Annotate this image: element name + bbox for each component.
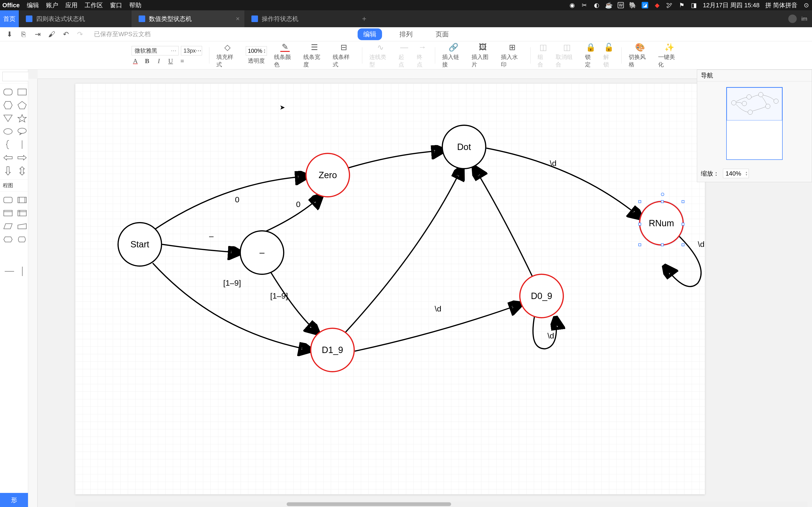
mode-arrange[interactable]: 排列 <box>394 29 418 40</box>
export-icon[interactable]: ⎘ <box>19 30 28 39</box>
nav-zoom-input[interactable]: 140%▲▼ <box>723 169 749 178</box>
image-group[interactable]: 🖼插入图片 <box>471 43 494 68</box>
tray-ime[interactable]: 拼 简体拼音 <box>765 1 798 9</box>
resize-handle-w[interactable] <box>639 223 641 226</box>
theme-group[interactable]: 🎨切换风格 <box>629 43 651 68</box>
redo-icon[interactable]: ↷ <box>75 30 85 39</box>
new-tab-button[interactable]: + <box>357 10 371 27</box>
shape-database[interactable] <box>3 209 13 218</box>
flowchart-section-label[interactable]: 程图 <box>0 179 28 191</box>
mode-edit[interactable]: 编辑 <box>358 29 382 40</box>
resize-handle-se[interactable] <box>681 243 684 246</box>
user-avatar[interactable] <box>788 14 797 23</box>
fill-group[interactable]: ◇填充样式 <box>216 43 239 68</box>
edge-label-d2[interactable]: \d <box>550 159 556 168</box>
download-icon[interactable]: ⬇ <box>5 30 14 39</box>
tray-note-icon[interactable]: ◨ <box>691 2 697 8</box>
undo-icon[interactable]: ↶ <box>61 30 70 39</box>
node-minus[interactable]: – <box>240 230 284 275</box>
shape-process[interactable] <box>3 195 13 205</box>
shape-rect[interactable] <box>17 87 27 97</box>
tray-datetime[interactable]: 12月17日 周四 15:48 <box>703 1 759 9</box>
shape-arrow-left[interactable] <box>3 153 13 162</box>
shape-arrow-updown[interactable] <box>17 166 27 176</box>
edge-label-19a[interactable]: [1–9] <box>223 278 241 288</box>
scrollbar-thumb[interactable] <box>287 502 451 506</box>
tray-scissors-icon[interactable]: ✂ <box>581 2 588 8</box>
shape-data[interactable] <box>3 222 13 231</box>
zoom-box[interactable]: 100%▲▼ <box>246 46 267 56</box>
home-tab[interactable]: 首页 <box>0 10 19 27</box>
line-color-group[interactable]: ✎线条颜色 <box>274 43 296 68</box>
share-icon[interactable]: ⇥ <box>33 30 42 39</box>
edge-label-d4[interactable]: \d <box>698 240 704 249</box>
edge-label-d1[interactable]: \d <box>435 304 441 313</box>
node-zero[interactable]: Zero <box>305 153 350 198</box>
underline-button[interactable]: U <box>167 57 174 65</box>
app-name[interactable]: Office <box>2 2 20 9</box>
canvas-area[interactable]: Start – Zero D1_9 Dot D0_9 RNum 0 0 – <box>28 69 812 507</box>
shape-brace[interactable] <box>3 140 13 149</box>
italic-button[interactable]: I <box>155 57 163 65</box>
menu-workspace[interactable]: 工作区 <box>85 1 103 9</box>
mode-page[interactable]: 页面 <box>430 29 454 40</box>
shape-card[interactable] <box>17 209 27 218</box>
tray-app-icon[interactable]: ◪ <box>642 2 648 8</box>
shape-arrow-down[interactable] <box>3 166 13 176</box>
menu-app[interactable]: 应用 <box>65 1 78 9</box>
shape-subprocess[interactable] <box>17 195 27 205</box>
tray-flag-icon[interactable]: ⚑ <box>678 2 685 8</box>
shape-triangle-down[interactable] <box>3 114 13 123</box>
shape-manual[interactable] <box>17 222 27 231</box>
bold-button[interactable]: B <box>143 57 151 65</box>
shape-pentagon[interactable] <box>17 101 27 110</box>
font-size-select[interactable]: 13px⋯ <box>181 46 202 55</box>
resize-handle-ne[interactable] <box>681 200 684 203</box>
lock-group[interactable]: 🔒锁定 <box>585 43 596 68</box>
line-width-group[interactable]: ☰线条宽度 <box>303 43 326 68</box>
link-group[interactable]: 🔗插入链接 <box>442 43 464 68</box>
shape-line-v2[interactable] <box>21 267 23 276</box>
font-color-button[interactable]: A <box>132 57 139 65</box>
file-tab-1[interactable]: 数值类型状态机× <box>132 10 244 27</box>
menu-window[interactable]: 窗口 <box>110 1 122 9</box>
tray-w-icon[interactable]: W <box>618 2 624 8</box>
watermark-group[interactable]: ⊞插入水印 <box>501 43 523 68</box>
resize-handle-nw[interactable] <box>639 200 641 203</box>
shape-line-h[interactable] <box>5 267 14 276</box>
shape-arrow-right[interactable] <box>17 153 27 162</box>
beautify-group[interactable]: ✨一键美化 <box>658 43 680 68</box>
shape-star[interactable] <box>17 114 27 123</box>
align-button[interactable]: ≡ <box>179 57 186 65</box>
tray-record-icon[interactable]: ◉ <box>569 2 575 8</box>
resize-handle-s[interactable] <box>661 243 664 246</box>
shape-callout[interactable] <box>17 127 27 136</box>
navigator-panel[interactable]: 导航 缩放： 140%▲▼ <box>697 69 812 182</box>
rotate-handle[interactable] <box>661 193 664 196</box>
shape-hexagon[interactable] <box>3 101 13 110</box>
tray-circle-icon[interactable]: ◐ <box>593 2 600 8</box>
file-tab-2[interactable]: 操作符状态机 <box>244 10 357 27</box>
canvas-paper[interactable]: Start – Zero D1_9 Dot D0_9 RNum 0 0 – <box>75 83 705 494</box>
menu-account[interactable]: 账户 <box>46 1 58 9</box>
edge-label-minus[interactable]: – <box>209 231 214 241</box>
tray-evernote-icon[interactable]: 🐘 <box>629 2 636 8</box>
navigator-thumbnail[interactable] <box>726 87 782 160</box>
node-d19[interactable]: D1_9 <box>310 328 355 372</box>
shapes-footer-button[interactable]: 形 <box>0 493 28 507</box>
tray-eraser-icon[interactable]: ◆ <box>654 2 660 8</box>
tray-cup-icon[interactable]: ☕ <box>605 2 612 8</box>
line-style-group[interactable]: ⊟线条样式 <box>333 43 355 68</box>
edge-label-0a[interactable]: 0 <box>235 195 240 204</box>
zoom-group[interactable]: 100%▲▼透明度 <box>246 46 267 64</box>
font-family-select[interactable]: 微软雅黑⋯ <box>132 46 179 55</box>
node-d09[interactable]: D0_9 <box>519 274 564 318</box>
tray-bird-icon[interactable]: 🕊 <box>666 2 673 8</box>
node-dot[interactable]: Dot <box>442 125 486 169</box>
edge-label-0b[interactable]: 0 <box>296 200 301 209</box>
tray-search-icon[interactable]: ⊙ <box>803 2 810 8</box>
shape-ellipse[interactable] <box>3 127 13 136</box>
node-start[interactable]: Start <box>117 222 162 267</box>
node-rnum[interactable]: RNum <box>639 201 684 245</box>
close-tab-icon[interactable]: × <box>236 15 240 22</box>
